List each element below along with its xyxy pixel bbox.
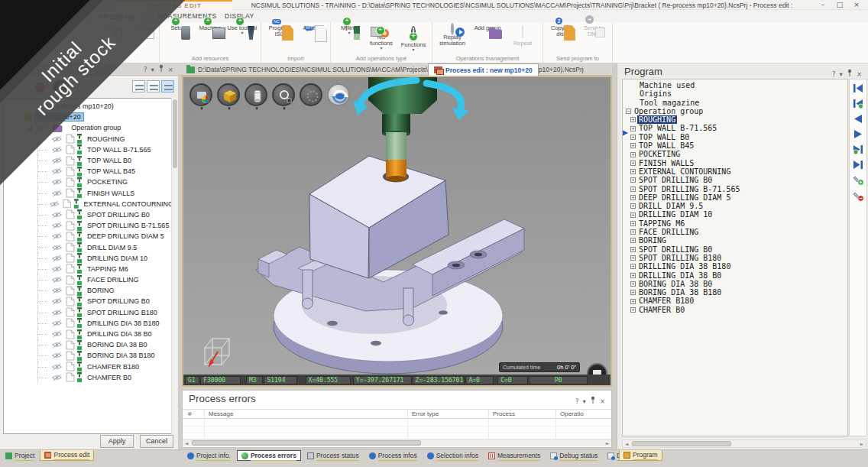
selection-ghost-icon[interactable] [300, 83, 322, 106]
column-operation[interactable]: Operatio [560, 410, 584, 417]
expand-box-icon[interactable]: + [630, 203, 636, 209]
rotate-view-icon[interactable] [327, 83, 350, 106]
expand-box-icon[interactable]: + [630, 281, 636, 287]
zoom-icon[interactable]: ▼ [272, 83, 295, 106]
expand-box-icon[interactable]: + [630, 221, 636, 226]
ribbon-button[interactable]: Repeat ▾ [505, 23, 540, 47]
tree-item-operation[interactable]: BORING DIA 38 B180 [4, 350, 176, 361]
ribbon-button[interactable]: Copy ▾ [92, 23, 125, 31]
program-item-operation[interactable]: + DRILLING DIAM 10 [623, 210, 847, 219]
ribbon-button[interactable]: Add group ▾ [470, 23, 505, 31]
apply-button[interactable]: Apply [100, 435, 134, 448]
step-back-icon[interactable] [853, 99, 863, 109]
program-item-operation[interactable]: + TOP WALL B45 [623, 141, 847, 150]
eye-off-icon[interactable] [49, 200, 60, 208]
expand-box-icon[interactable]: + [630, 307, 636, 313]
column-process[interactable]: Process [493, 410, 515, 417]
tree-item-program[interactable]: new mp10+20 [4, 112, 176, 122]
panel-close-icon[interactable]: × [600, 395, 605, 407]
eye-off-icon[interactable] [51, 352, 63, 359]
program-item-operation[interactable]: + FINISH WALLS [623, 159, 847, 167]
eye-off-icon[interactable] [51, 374, 63, 381]
program-item-operation[interactable]: + DRILLING DIA 38 B180 [623, 262, 847, 271]
tree-item-operation[interactable]: TOP WALL B0 [4, 155, 176, 166]
eye-off-icon[interactable] [51, 167, 63, 175]
column-message[interactable]: Message [209, 410, 233, 417]
program-item-operation[interactable]: + SPOT DRILLING B0 [623, 245, 847, 254]
tree-item-operation[interactable]: FACE DRILLING [4, 274, 176, 285]
tree-item-operation[interactable]: SPOT DRILLING B0 [4, 296, 176, 306]
eye-off-icon[interactable] [51, 211, 63, 219]
program-item-operation[interactable]: + CHAMFER B180 [623, 297, 847, 305]
tree-item-operation[interactable]: ROUGHING [4, 134, 176, 144]
tree-item-operation[interactable]: SPOT DRILLING B-71.565 [4, 220, 176, 231]
play-forward-icon[interactable] [853, 129, 863, 139]
program-item-operation-group[interactable]: −Operation group [623, 107, 847, 115]
program-item-origins[interactable]: Origins [623, 89, 847, 98]
expand-box-icon[interactable]: + [630, 169, 636, 174]
status-info-tab[interactable]: Measurements [484, 450, 544, 461]
tree-item-operation[interactable]: BORING DIA 38 B0 [4, 339, 176, 350]
status-info-tab[interactable]: Process errors [237, 450, 301, 461]
remove-tool-icon[interactable] [853, 191, 864, 202]
error-table-scrollbar[interactable]: ◄ ► [183, 439, 611, 446]
program-item-machine-used[interactable]: Machine used [623, 81, 847, 89]
expand-box-icon[interactable]: + [630, 273, 636, 278]
ribbon-button[interactable]: ! NC functions ▾ [365, 23, 397, 50]
list-view-detail-button[interactable] [161, 80, 174, 92]
eye-off-icon[interactable] [51, 297, 63, 305]
tree-item-operation[interactable]: DRILLING DIA 38 B180 [4, 318, 176, 329]
go-last-icon[interactable] [853, 160, 863, 170]
eye-off-icon[interactable] [51, 341, 63, 349]
scroll-left-icon[interactable]: ◄ [623, 440, 630, 447]
tree-item-operation[interactable]: POCKETING [4, 177, 176, 187]
program-item-operation[interactable]: + TOP WALL B-71.565 [623, 124, 847, 132]
expand-triangle-icon[interactable]: ◢ [27, 125, 31, 131]
eye-off-icon[interactable] [51, 178, 63, 186]
column-error-type[interactable]: Error type [412, 410, 439, 417]
panel-collapse-icon[interactable]: ▾ [151, 63, 154, 76]
panel-collapse-icon[interactable]: ▾ [583, 395, 586, 407]
eye-off-icon[interactable] [51, 146, 63, 154]
eye-off-icon[interactable] [51, 319, 63, 327]
program-item-operation[interactable]: + CHAMFER B0 [623, 306, 847, 314]
ribbon-button[interactable]: Replay simulation ▾ [435, 23, 470, 47]
expand-box-icon[interactable]: + [630, 195, 636, 200]
tree-item-operation[interactable]: DRILLING DIA 38 B0 [4, 329, 176, 339]
eye-off-icon[interactable] [51, 363, 63, 371]
program-item-operation[interactable]: + POCKETING [623, 150, 847, 158]
status-info-tab[interactable]: Project info. [183, 450, 235, 461]
eye-off-icon[interactable] [36, 124, 47, 131]
simulation-viewport[interactable]: ▼ ▼ ▼ ▼ Cumulated time 0h 0' 0" [182, 76, 612, 387]
tree-item-operation[interactable]: BORING [4, 285, 176, 296]
doc-tab-process-edit[interactable]: Process edit : new mp10+20 [428, 63, 539, 76]
program-tree-scrollbar[interactable]: ◄ ► [622, 439, 866, 448]
tree-item-operation[interactable]: CHAMFER B180 [4, 362, 176, 372]
ribbon-button[interactable]: Paste ▾ [125, 23, 157, 35]
program-item-operation[interactable]: + DRILLING DIA 38 B0 [623, 271, 847, 280]
play-back-icon[interactable] [853, 114, 863, 124]
program-item-operation[interactable]: + SPOT DRILLING B-71.565 [623, 185, 847, 193]
tree-item-operation[interactable]: DEEP DRILLING DIAM 5 [4, 231, 176, 242]
bottom-tab-program[interactable]: Program [619, 450, 662, 461]
ribbon-button[interactable]: Apt file ▾ [296, 23, 328, 31]
minimize-button[interactable]: – [815, 0, 831, 9]
ribbon-button[interactable]: Program ISO ▾ [264, 23, 296, 37]
expand-box-icon[interactable]: + [630, 143, 636, 148]
status-info-tab[interactable]: Debug status [546, 450, 601, 461]
expand-box-icon[interactable]: + [630, 264, 636, 269]
tree-item-operation[interactable]: SPOT DRILLING B0 [4, 209, 176, 220]
close-button[interactable]: × [848, 0, 865, 9]
scroll-right-icon[interactable]: ► [858, 440, 866, 447]
go-first-icon[interactable] [853, 83, 863, 93]
bottom-tab[interactable]: Project [2, 450, 38, 461]
eye-off-icon[interactable] [51, 232, 63, 240]
tree-item-operation[interactable]: SPOT DRILLING B180 [4, 307, 176, 318]
record-icon[interactable] [35, 83, 45, 92]
maximize-button[interactable]: □ [831, 0, 848, 9]
right-splitter[interactable] [612, 63, 616, 449]
tree-item-operation-group[interactable]: ◢ Operation group [4, 122, 176, 133]
left-tree-scrollbar[interactable] [171, 98, 177, 434]
program-item-operation[interactable]: + BORING [623, 236, 847, 245]
program-item-operation[interactable]: + SPOT DRILLING B180 [623, 254, 847, 262]
